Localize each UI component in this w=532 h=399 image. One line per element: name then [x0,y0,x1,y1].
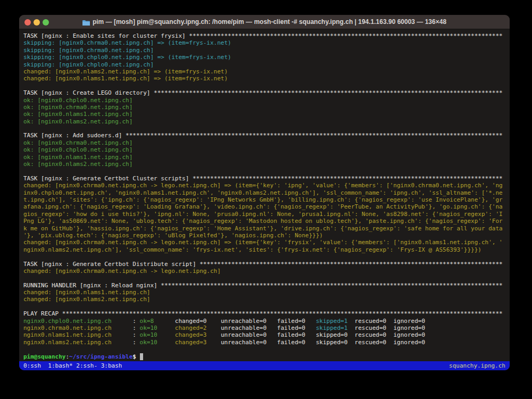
terminal-line: afana.ipng.ch': {'nagios_regexp': 'Loadi… [23,203,505,210]
terminal-line [23,346,505,353]
terminal-line [23,125,505,132]
terminal-line: inx0.chplo0.net.ipng.ch', 'nginx0.nlams1… [23,189,505,196]
terminal-line: skipping: [nginx0.chplo0.net.ipng.ch] =>… [23,54,505,61]
terminal-line: nginx0.nlams1.net.ipng.ch : ok=10 change… [23,331,505,338]
terminal-line: TASK [nginx : Generate Certbot Distribut… [23,261,505,268]
terminal-line [23,82,505,89]
terminal-line: ok: [nginx0.nlams1.net.ipng.ch] [23,111,505,118]
terminal-line: nginx0.nlams2.net.ipng.ch : ok=10 change… [23,339,505,346]
minimize-button[interactable] [34,19,40,26]
terminal-line: skipping: [nginx0.chrma0.net.ipng.ch] [23,47,505,54]
terminal-line: ok: [nginx0.chrma0.net.ipng.ch] [23,104,505,111]
terminal-line: Png LG'}, 'as50869.net': None, 'ublog.te… [23,218,505,225]
terminal-line: t.ipng.ch'], 'sites': {'ipng.ch': {'nagi… [23,196,505,203]
folder-icon [82,19,90,25]
terminal-line: RUNNING HANDLER [nginx : Reload nginx] *… [23,282,505,289]
terminal-line: changed: [nginx0.chrma0.net.ipng.ch -> l… [23,239,505,246]
traffic-lights [24,15,49,29]
terminal-line: ok: [nginx0.nlams2.net.ipng.ch] [23,118,505,125]
screen-statusbar: 0:ssh 1:bash* 2:ssh- 3:bash squanchy.ipn… [19,361,510,370]
terminal-line: k me on GitHub'}, 'hassio.ipng.ch': {'na… [23,225,505,232]
terminal-line: changed: [nginx0.chrma0.net.ipng.ch -> l… [23,182,505,189]
terminal-line [23,253,505,260]
terminal-line: ok: [nginx0.chplo0.net.ipng.ch] [23,97,505,104]
terminal-line: ok: [nginx0.nlams1.net.ipng.ch] [23,154,505,161]
terminal-line: TASK [nginx : Create LEGO directory] ***… [23,89,505,96]
terminal-line: TASK [nginx : Generate Certbot Cluster s… [23,175,505,182]
terminal-line: gios_regexp': 'how do i use this?'}, 'ip… [23,211,505,218]
terminal-line: nginx0.nlams2.net.ipng.ch'], 'ssl_common… [23,246,505,253]
window-titlebar[interactable]: pim — [mosh] pim@squanchy.ipng.ch: /home… [19,15,510,29]
terminal-output: TASK [nginx : Enable sites for cluster f… [23,32,505,360]
close-button[interactable] [24,19,31,26]
terminal-line: nginx0.chrma0.net.ipng.ch : ok=10 change… [23,325,505,331]
terminal-line: changed: [nginx0.nlams1.net.ipng.ch] [23,289,505,296]
terminal-line: changed: [nginx0.nlams2.net.ipng.ch] [23,296,505,303]
zoom-button[interactable] [43,19,49,26]
terminal-line: ok: [nginx0.nlams2.net.ipng.ch] [23,161,505,168]
terminal-line: skipping: [nginx0.chplo0.net.ipng.ch] [23,61,505,68]
terminal-line: nginx0.chplo0.net.ipng.ch : ok=8 changed… [23,318,505,325]
terminal-line [23,303,505,310]
terminal-line: PLAY RECAP *****************************… [23,310,505,317]
terminal-line: changed: [nginx0.nlams1.net.ipng.ch] => … [23,75,505,82]
terminal-line [23,168,505,174]
statusbar-hostname: squanchy.ipng.ch [449,362,505,369]
statusbar-window-list: 0:ssh 1:bash* 2:ssh- 3:bash [23,362,122,369]
terminal-line [23,275,505,281]
terminal-screen[interactable]: TASK [nginx : Enable sites for cluster f… [19,29,510,361]
terminal-line: TASK [nginx : Enable sites for cluster f… [23,32,505,39]
terminal-window: pim — [mosh] pim@squanchy.ipng.ch: /home… [19,15,510,370]
terminal-line: pim@squanchy:~/src/ipng-ansible$ [23,353,505,360]
terminal-line: changed: [nginx0.chrma0.net.ipng.ch -> l… [23,268,505,275]
terminal-line: '}, 'pix.ublog.tech': {'nagios_regexp': … [23,232,505,239]
terminal-line: ok: [nginx0.chrma0.net.ipng.ch] [23,139,505,146]
terminal-line: changed: [nginx0.nlams2.net.ipng.ch] => … [23,68,505,75]
terminal-line: TASK [nginx : Add sudoers.d] ***********… [23,132,505,139]
window-title: pim — [mosh] pim@squanchy.ipng.ch: /home… [93,18,446,26]
terminal-line: skipping: [nginx0.chrma0.net.ipng.ch] =>… [23,39,505,46]
title-area: pim — [mosh] pim@squanchy.ipng.ch: /home… [82,18,446,26]
terminal-line: ok: [nginx0.chplo0.net.ipng.ch] [23,146,505,153]
